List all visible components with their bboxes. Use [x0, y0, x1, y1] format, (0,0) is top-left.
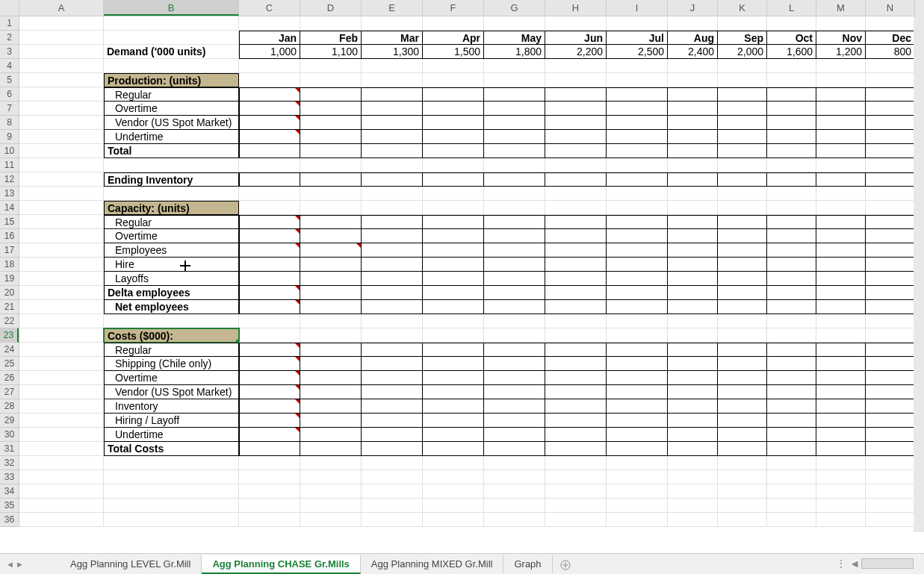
cell-L35[interactable]: [767, 499, 816, 513]
cell-K22[interactable]: [718, 314, 767, 328]
cell-J26[interactable]: [668, 371, 718, 385]
cell-E10[interactable]: [362, 144, 423, 158]
cell-M20[interactable]: [816, 286, 866, 300]
cell-C26[interactable]: [239, 371, 300, 385]
cell-J32[interactable]: [668, 456, 718, 470]
cell-E28[interactable]: [362, 399, 423, 414]
cell-B11[interactable]: [104, 158, 239, 172]
cell-A11[interactable]: [19, 158, 104, 172]
cell-L31[interactable]: [767, 442, 816, 456]
horizontal-scroll-area[interactable]: ⋮ ◄: [836, 553, 917, 574]
cell-K11[interactable]: [718, 158, 767, 172]
row-header-7[interactable]: 7: [0, 102, 19, 116]
cell-H19[interactable]: [545, 272, 607, 286]
cell-M25[interactable]: [816, 357, 866, 371]
cell-L4[interactable]: [767, 59, 816, 73]
cell-F5[interactable]: [423, 73, 484, 87]
cell-H10[interactable]: [545, 144, 607, 158]
cell-K14[interactable]: [718, 201, 767, 215]
cell-H31[interactable]: [545, 442, 607, 456]
cell-F21[interactable]: [423, 300, 484, 314]
cell-F26[interactable]: [423, 371, 484, 385]
cell-G11[interactable]: [484, 158, 545, 172]
cell-A17[interactable]: [19, 243, 104, 258]
cell-J28[interactable]: [668, 399, 718, 414]
cell-C13[interactable]: [239, 187, 300, 201]
cell-C7[interactable]: [239, 102, 300, 116]
cell-C19[interactable]: [239, 272, 300, 286]
cell-C25[interactable]: [239, 357, 300, 371]
cell-I14[interactable]: [607, 201, 668, 215]
cell-J3[interactable]: 2,400: [668, 45, 718, 59]
cell-D28[interactable]: [300, 399, 362, 414]
cell-N26[interactable]: [866, 371, 915, 385]
cell-B18[interactable]: Hire: [104, 258, 239, 272]
row-header-32[interactable]: 32: [0, 456, 19, 470]
cell-C33[interactable]: [239, 470, 300, 484]
cell-L15[interactable]: [767, 215, 816, 229]
cell-K17[interactable]: [718, 243, 767, 258]
cell-G26[interactable]: [484, 371, 545, 385]
row-header-9[interactable]: 9: [0, 130, 19, 144]
cell-N16[interactable]: [866, 229, 915, 243]
cell-N8[interactable]: [866, 116, 915, 130]
cell-C35[interactable]: [239, 499, 300, 513]
sheet-tab-1[interactable]: Agg Planning CHASE Gr.Mills: [202, 555, 360, 574]
cell-I30[interactable]: [607, 428, 668, 442]
cell-G25[interactable]: [484, 357, 545, 371]
cell-H29[interactable]: [545, 414, 607, 428]
cell-J13[interactable]: [668, 187, 718, 201]
cell-C23[interactable]: [239, 328, 300, 343]
cell-G28[interactable]: [484, 399, 545, 414]
cell-E4[interactable]: [362, 59, 423, 73]
cell-C17[interactable]: [239, 243, 300, 258]
row-header-29[interactable]: 29: [0, 414, 19, 428]
cell-L32[interactable]: [767, 456, 816, 470]
cell-C1[interactable]: [239, 16, 300, 31]
cell-B14[interactable]: Capacity: (units): [104, 201, 239, 215]
cell-B20[interactable]: Delta employees: [104, 286, 239, 300]
cell-N10[interactable]: [866, 144, 915, 158]
cell-K3[interactable]: 2,000: [718, 45, 767, 59]
cell-J10[interactable]: [668, 144, 718, 158]
cell-N12[interactable]: [866, 172, 915, 187]
cell-D24[interactable]: [300, 343, 362, 357]
cell-H9[interactable]: [545, 130, 607, 144]
cell-K6[interactable]: [718, 87, 767, 102]
cell-E17[interactable]: [362, 243, 423, 258]
cell-I35[interactable]: [607, 499, 668, 513]
cell-L1[interactable]: [767, 16, 816, 31]
cell-J18[interactable]: [668, 258, 718, 272]
cell-N31[interactable]: [866, 442, 915, 456]
cell-B19[interactable]: Layoffs: [104, 272, 239, 286]
cell-H2[interactable]: Jun: [545, 31, 607, 45]
cell-B34[interactable]: [104, 484, 239, 499]
cell-B35[interactable]: [104, 499, 239, 513]
cell-L22[interactable]: [767, 314, 816, 328]
cell-F31[interactable]: [423, 442, 484, 456]
cell-C29[interactable]: [239, 414, 300, 428]
cell-D26[interactable]: [300, 371, 362, 385]
cell-C3[interactable]: 1,000: [239, 45, 300, 59]
cell-F7[interactable]: [423, 102, 484, 116]
cell-J15[interactable]: [668, 215, 718, 229]
row-header-11[interactable]: 11: [0, 158, 19, 172]
cell-B30[interactable]: Undertime: [104, 428, 239, 442]
cell-D35[interactable]: [300, 499, 362, 513]
cell-G32[interactable]: [484, 456, 545, 470]
cell-F17[interactable]: [423, 243, 484, 258]
tab-options-icon[interactable]: ⋮: [836, 558, 846, 570]
cell-J25[interactable]: [668, 357, 718, 371]
cell-I19[interactable]: [607, 272, 668, 286]
cell-J5[interactable]: [668, 73, 718, 87]
cell-C9[interactable]: [239, 130, 300, 144]
cell-J20[interactable]: [668, 286, 718, 300]
cell-D11[interactable]: [300, 158, 362, 172]
cell-E27[interactable]: [362, 385, 423, 399]
row-header-15[interactable]: 15: [0, 215, 19, 229]
cell-M3[interactable]: 1,200: [816, 45, 866, 59]
cell-C11[interactable]: [239, 158, 300, 172]
cell-I11[interactable]: [607, 158, 668, 172]
cell-F20[interactable]: [423, 286, 484, 300]
row-header-3[interactable]: 3: [0, 45, 19, 59]
